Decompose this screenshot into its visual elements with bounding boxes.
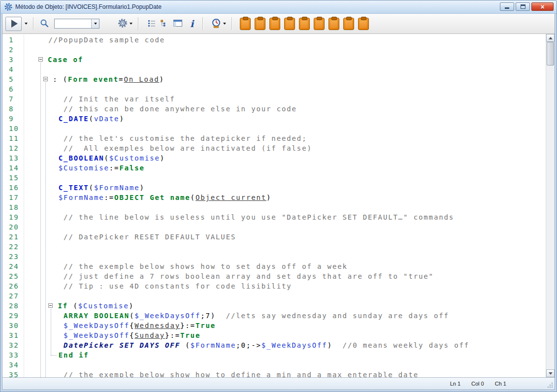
line-number[interactable]: 26 <box>2 281 24 291</box>
line-number[interactable]: 23 <box>2 252 24 261</box>
clipboard-1-button[interactable] <box>239 17 252 31</box>
code-line[interactable]: 14 $Customise:=False <box>2 163 546 173</box>
line-number[interactable]: 27 <box>2 291 24 301</box>
code-line[interactable]: 1 //PopupDate sample code <box>2 35 546 45</box>
line-number[interactable]: 17 <box>2 193 24 202</box>
fold-toggle-icon[interactable] <box>48 303 53 308</box>
line-number[interactable]: 31 <box>2 330 24 340</box>
clipboard-9-button[interactable] <box>357 17 370 31</box>
clipboard-3-button[interactable] <box>268 17 281 31</box>
code-line[interactable]: 16 C_TEXT($FormName) <box>2 183 546 193</box>
line-number[interactable]: 30 <box>2 321 24 330</box>
code-line[interactable]: 31 $_WeekDaysOff{Sunday}:=True <box>2 330 546 340</box>
clipboard-7-button[interactable] <box>328 17 340 31</box>
line-number[interactable]: 11 <box>2 133 24 143</box>
line-number[interactable]: 29 <box>2 311 24 321</box>
line-number[interactable]: 21 <box>2 232 24 242</box>
vertical-scrollbar[interactable] <box>546 34 555 377</box>
code-line[interactable]: 11 // the let's customise the datepicker… <box>2 133 546 143</box>
code-line[interactable]: 4 <box>2 65 546 74</box>
code-line[interactable]: 29 ARRAY BOOLEAN($_WeekDaysOff;7) //lets… <box>2 311 546 321</box>
maximize-button[interactable] <box>516 2 530 11</box>
code-line[interactable]: 23 <box>2 252 546 261</box>
title-bar[interactable]: Método de Objeto: [INVOICES].Formulario1… <box>0 0 557 14</box>
code-line[interactable]: 20 <box>2 222 546 232</box>
line-number[interactable]: 19 <box>2 212 24 222</box>
code-line[interactable]: 22 <box>2 242 546 252</box>
list-view-button[interactable] <box>145 18 158 30</box>
code-line[interactable]: 30 $_WeekDaysOff{Wednesday}:=True <box>2 321 546 330</box>
run-method-button[interactable] <box>5 17 22 31</box>
line-number[interactable]: 28 <box>2 301 24 311</box>
code-line[interactable]: 13 C_BOOLEAN($Customise) <box>2 153 546 163</box>
clipboard-4-button[interactable] <box>283 17 296 31</box>
code-line[interactable]: 19 // the line below is useless until yo… <box>2 212 546 222</box>
line-number[interactable]: 10 <box>2 124 24 133</box>
line-number[interactable]: 12 <box>2 143 24 153</box>
close-button[interactable]: × <box>531 2 554 11</box>
code-line[interactable]: 8 // this can be done anywhere else in y… <box>2 104 546 114</box>
line-number[interactable]: 34 <box>2 360 24 370</box>
code-line[interactable]: 9 C_DATE(vDate) <box>2 114 546 124</box>
method-info-button[interactable]: i <box>185 18 199 30</box>
code-line[interactable]: 7 // Init the var itself <box>2 94 546 104</box>
line-number[interactable]: 13 <box>2 153 24 163</box>
scroll-down-button[interactable] <box>546 369 555 377</box>
clipboard-2-button[interactable] <box>254 17 266 31</box>
combo-dropdown-button[interactable] <box>91 19 99 28</box>
line-number[interactable]: 6 <box>2 84 24 94</box>
code-line[interactable]: 32 DatePicker SET DAYS OFF ($FormName;0;… <box>2 340 546 350</box>
code-line[interactable]: 24 // the exemple below shows how to set… <box>2 261 546 271</box>
code-line[interactable]: 33 End if <box>2 350 546 360</box>
resize-grip[interactable] <box>547 382 553 388</box>
run-method-dropdown-button[interactable] <box>23 17 30 31</box>
code-line[interactable]: 10 <box>2 124 546 133</box>
line-number[interactable]: 33 <box>2 350 24 360</box>
code-line[interactable]: 15 <box>2 173 546 183</box>
code-line[interactable]: 3 Case of <box>2 55 546 65</box>
clipboard-8-button[interactable] <box>342 17 355 31</box>
line-number[interactable]: 35 <box>2 370 24 377</box>
clipboard-5-button[interactable] <box>298 17 311 31</box>
minimize-button[interactable] <box>500 2 514 11</box>
code-editor[interactable]: 1 //PopupDate sample code23 Case of45 : … <box>2 34 546 377</box>
line-number[interactable]: 18 <box>2 202 24 212</box>
code-line[interactable]: 34 <box>2 360 546 370</box>
line-number[interactable]: 15 <box>2 173 24 183</box>
code-line[interactable]: 27 <box>2 291 546 301</box>
code-line[interactable]: 21 // DatePicker RESET DEFAULT VALUES <box>2 232 546 242</box>
line-number[interactable]: 24 <box>2 261 24 271</box>
line-number[interactable]: 5 <box>2 74 24 84</box>
clipboard-6-button[interactable] <box>313 17 326 31</box>
line-number[interactable]: 4 <box>2 65 24 74</box>
line-number[interactable]: 22 <box>2 242 24 252</box>
line-number[interactable]: 20 <box>2 222 24 232</box>
code-line[interactable]: 25 // just define a 7 rows boolean array… <box>2 271 546 281</box>
macros-button[interactable] <box>209 17 228 31</box>
code-line[interactable]: 2 <box>2 45 546 55</box>
line-number[interactable]: 1 <box>2 35 24 45</box>
line-number[interactable]: 8 <box>2 104 24 114</box>
line-number[interactable]: 32 <box>2 340 24 350</box>
line-number[interactable]: 14 <box>2 163 24 173</box>
scroll-up-button[interactable] <box>546 34 555 42</box>
line-number[interactable]: 7 <box>2 94 24 104</box>
code-line[interactable]: 17 $FormName:=OBJECT Get name(Object cur… <box>2 193 546 202</box>
method-options-button[interactable] <box>115 17 134 31</box>
search-combo[interactable] <box>54 19 99 29</box>
scrollbar-thumb[interactable] <box>547 42 554 65</box>
fold-toggle-icon[interactable] <box>43 77 48 81</box>
code-line[interactable]: 18 <box>2 202 546 212</box>
code-line[interactable]: 6 <box>2 84 546 94</box>
scrollbar-track[interactable] <box>546 42 555 369</box>
code-line[interactable]: 28 If ($Customise) <box>2 301 546 311</box>
form-panes-button[interactable] <box>171 18 185 30</box>
code-line[interactable]: 5 : (Form event=On Load) <box>2 74 546 84</box>
line-number[interactable]: 2 <box>2 45 24 55</box>
line-number[interactable]: 16 <box>2 183 24 193</box>
line-number[interactable]: 3 <box>2 55 24 65</box>
line-number[interactable]: 9 <box>2 114 24 124</box>
search-button[interactable] <box>37 17 51 31</box>
code-line[interactable]: 35 // the exemple below show how to defi… <box>2 370 546 377</box>
code-line[interactable]: 26 // Tip : use 4D constants for code li… <box>2 281 546 291</box>
